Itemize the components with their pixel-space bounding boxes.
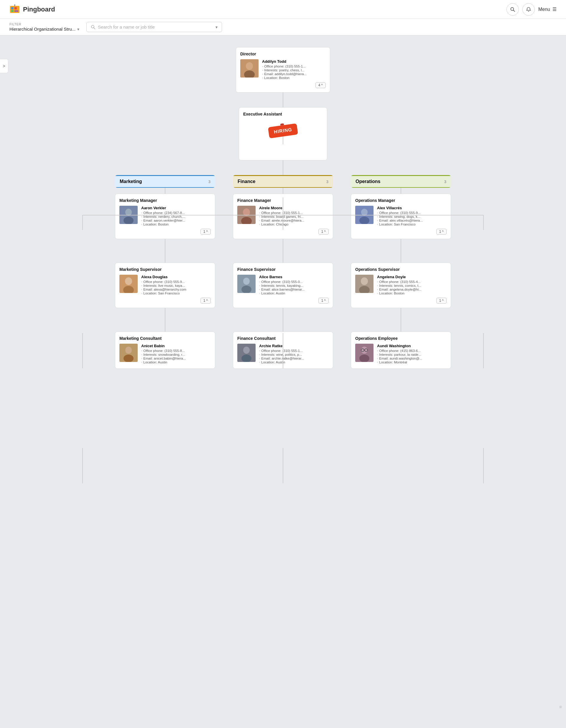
- ops-v3: [401, 308, 401, 332]
- svg-point-27: [125, 209, 132, 216]
- logo-icon: [9, 4, 20, 15]
- fin-mgr-info: Airele Moore Office phone: (310) 555-1..…: [259, 206, 329, 226]
- ops-mgr-title: Operations Manager: [355, 198, 447, 203]
- operations-branch: Operations 3 Operations Manager: [351, 175, 451, 369]
- ops-header: Operations 3: [351, 175, 451, 187]
- ops-mgr-body: Alex Villacrés Office phone: (310) 555-9…: [355, 206, 447, 226]
- director-title: Director: [240, 52, 326, 56]
- director-info: Addilyn Todd Office phone: (310) 555-1..…: [262, 59, 326, 80]
- ops-v2: [401, 239, 401, 263]
- svg-point-42: [243, 347, 250, 354]
- ops-supervisor-card[interactable]: Operations Supervisor Angelena Doyle Off…: [351, 263, 451, 308]
- notification-button[interactable]: [522, 3, 535, 16]
- mkt-sup-expand[interactable]: 1 ^: [200, 298, 211, 304]
- finance-consultant-card[interactable]: Finance Consultant Archie Ratke Office p…: [233, 332, 333, 369]
- fin-con-title: Finance Consultant: [237, 336, 329, 341]
- marketing-supervisor-card[interactable]: Marketing Supervisor Alexa Douglas Offic…: [115, 263, 215, 308]
- director-name: Addilyn Todd: [262, 59, 326, 64]
- ops-employee-card[interactable]: Operations Employee: [351, 332, 451, 369]
- search-icon: [91, 25, 96, 29]
- fin-sup-avatar: [237, 275, 256, 293]
- fin-con-body: Archie Ratke Office phone: (310) 555-1..…: [237, 344, 329, 364]
- marketing-consultant-card[interactable]: Marketing Consultant Anicet Babin Office: [115, 332, 215, 369]
- finance-manager-card[interactable]: Finance Manager Airele Moore Office phon…: [233, 194, 333, 239]
- svg-point-36: [243, 208, 250, 216]
- mkt-con-name: Anicet Babin: [141, 344, 211, 348]
- exec-level: Executive Assistant HIRING ≡: [18, 107, 548, 160]
- fin-con-info: Archie Ratke Office phone: (310) 555-1..…: [259, 344, 329, 364]
- v-connector-1: [18, 93, 548, 107]
- ops-emp-avatar: [355, 344, 374, 362]
- canvas: Director Addilyn Todd Office phone: (310…: [0, 35, 566, 713]
- fin-sup-expand[interactable]: 1 ^: [318, 298, 329, 304]
- director-phone: Office phone: (310) 555-1...: [262, 65, 326, 68]
- svg-rect-4: [14, 10, 18, 12]
- finance-v2: [283, 239, 283, 263]
- filter-value: Hierarchical Organizational Stru... ▾: [9, 27, 79, 32]
- ops-mgr-info: Alex Villacrés Office phone: (310) 555-9…: [377, 206, 447, 226]
- search-box[interactable]: Search for a name or job title ▾: [86, 22, 222, 32]
- director-interests: Interests: poetry, chess, l...: [262, 68, 326, 72]
- finance-v3: [283, 308, 283, 332]
- mkt-mgr-expand[interactable]: 1 ^: [200, 229, 211, 235]
- finance-branch: Finance 3 Finance Manager: [233, 175, 333, 369]
- svg-rect-2: [14, 7, 17, 9]
- ops-sup-info: Angelena Doyle Office phone: (310) 555-4…: [377, 275, 447, 295]
- marketing-v3: [165, 308, 165, 332]
- director-email: Email: addilyn.todd@hiera...: [262, 72, 326, 76]
- ops-emp-name: Aundi Washington: [377, 344, 447, 348]
- finance-v1: [283, 188, 283, 194]
- search-button[interactable]: [506, 3, 519, 16]
- search-placeholder: Search for a name or job title: [98, 24, 213, 29]
- header: Pingboard Menu ☰: [0, 0, 566, 19]
- ops-emp-body: Aundi Washington Office phone: (415) 863…: [355, 344, 447, 364]
- svg-line-8: [513, 10, 515, 11]
- sidebar-toggle[interactable]: >: [0, 59, 8, 73]
- marketing-branch: Marketing 3 Marketing Manager: [115, 175, 215, 369]
- director-avatar: [240, 59, 259, 78]
- fin-con-avatar: [237, 344, 256, 362]
- filter-label: FILTER: [9, 22, 79, 26]
- ops-sup-name: Angelena Doyle: [377, 275, 447, 279]
- v-connector-2: [18, 160, 548, 175]
- ops-sup-title: Operations Supervisor: [355, 267, 447, 272]
- svg-point-40: [241, 286, 251, 293]
- director-card[interactable]: Director Addilyn Todd Office phone: (310…: [236, 47, 330, 93]
- ops-mgr-expand[interactable]: 1 ^: [436, 229, 447, 235]
- ops-name: Operations: [356, 179, 380, 184]
- marketing-v2: [165, 239, 165, 263]
- marketing-header: Marketing 3: [115, 175, 215, 187]
- svg-rect-3: [11, 10, 14, 12]
- finance-name: Finance: [238, 179, 255, 184]
- note-icon: ≡: [559, 704, 562, 710]
- ops-sup-body: Angelena Doyle Office phone: (310) 555-4…: [355, 275, 447, 295]
- finance-dept-box[interactable]: Finance 3: [233, 175, 333, 188]
- finance-supervisor-card[interactable]: Finance Supervisor Alice Barnes Office p…: [233, 263, 333, 308]
- mkt-mgr-title: Marketing Manager: [119, 198, 211, 203]
- fin-mgr-expand[interactable]: 1 ^: [318, 229, 329, 235]
- exec-card[interactable]: Executive Assistant HIRING ≡: [239, 107, 327, 160]
- ops-dept-box[interactable]: Operations 3: [351, 175, 451, 188]
- ops-manager-card[interactable]: Operations Manager Alex Villacrés Office: [351, 194, 451, 239]
- svg-point-33: [125, 347, 132, 354]
- svg-point-34: [124, 355, 134, 362]
- filter-bar: FILTER Hierarchical Organizational Stru.…: [0, 19, 566, 35]
- hiring-section: HIRING: [243, 119, 323, 145]
- mkt-sup-name: Alexa Douglas: [141, 275, 211, 279]
- marketing-manager-card[interactable]: Marketing Manager Aaron Verkler Office p…: [115, 194, 215, 239]
- director-expand[interactable]: 4 ^: [315, 82, 326, 88]
- svg-point-48: [361, 277, 368, 285]
- ops-mgr-avatar: [355, 206, 374, 224]
- director-level: Director Addilyn Todd Office phone: (310…: [18, 47, 548, 93]
- marketing-name: Marketing: [120, 179, 142, 184]
- menu-button[interactable]: Menu ☰: [538, 6, 557, 12]
- filter-dropdown[interactable]: FILTER Hierarchical Organizational Stru.…: [9, 22, 79, 32]
- ops-emp-title: Operations Employee: [355, 336, 447, 341]
- header-icons: Menu ☰: [506, 3, 557, 16]
- marketing-dept-box[interactable]: Marketing 3: [115, 175, 215, 188]
- svg-point-43: [241, 355, 251, 362]
- svg-point-52: [359, 355, 369, 362]
- ops-sup-expand[interactable]: 1 ^: [436, 298, 447, 304]
- svg-rect-6: [14, 5, 15, 6]
- svg-point-24: [246, 62, 253, 70]
